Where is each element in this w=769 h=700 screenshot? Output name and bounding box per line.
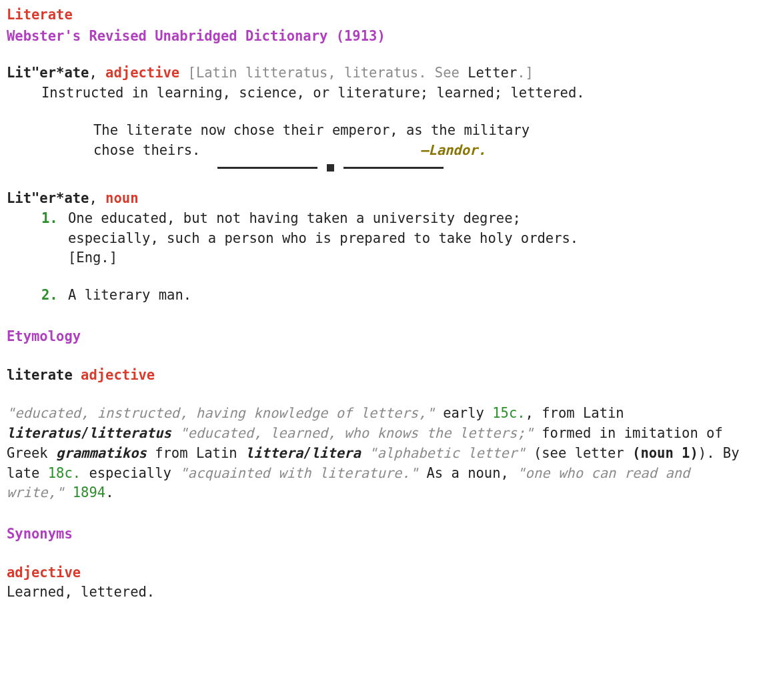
- sep: ,: [89, 65, 105, 81]
- sense-text: A literary man.: [68, 287, 191, 303]
- etymology-crossref-link[interactable]: Letter: [468, 65, 517, 81]
- latin-form: littera: [245, 445, 303, 461]
- t: especially: [81, 465, 179, 481]
- sense-text: One educated, but not having taken a uni…: [68, 210, 578, 266]
- gloss: "educated, instructed, having knowledge …: [7, 405, 435, 421]
- t: , from Latin: [526, 405, 624, 421]
- t: early: [435, 405, 492, 421]
- sep: ,: [89, 190, 105, 206]
- crossref-qualifier: (noun 1): [624, 445, 698, 461]
- etymology-bracket-open: [: [188, 65, 196, 81]
- em-dash: —: [420, 142, 428, 158]
- t: As a noun,: [418, 465, 517, 481]
- gloss: "alphabetic letter": [369, 445, 526, 461]
- latin-form: litera: [311, 445, 361, 461]
- quotation-attribution: —Landor.: [420, 141, 486, 161]
- crossref-link[interactable]: letter: [575, 445, 624, 461]
- sense-number: 2.: [41, 286, 58, 306]
- etymology-body: "educated, instructed, having knowledge …: [7, 404, 747, 503]
- sp: [171, 425, 179, 441]
- slash: /: [81, 425, 89, 441]
- slash: /: [303, 445, 311, 461]
- gloss: "acquainted with literature.": [179, 465, 418, 481]
- gloss: "educated, learned, who knows the letter…: [179, 425, 534, 441]
- synonyms-list: Learned, lettered.: [7, 583, 762, 603]
- sp: [361, 445, 369, 461]
- author-name: Landor.: [428, 142, 486, 158]
- latin-form: literatus: [7, 425, 81, 441]
- divider-line-left: [217, 167, 317, 169]
- divider-line-right: [343, 167, 444, 169]
- entry-headline: Lit"er*ate, adjective [Latin litteratus,…: [7, 63, 762, 83]
- t: (see: [526, 445, 575, 461]
- etymology-pos: adjective: [81, 367, 155, 383]
- t: from Latin: [147, 445, 245, 461]
- sp: [73, 367, 81, 383]
- entry-noun: Lit"er*ate, noun 1. One educated, but no…: [7, 189, 762, 306]
- etymology-bracket-close: .]: [517, 65, 534, 81]
- etymology-heading: Etymology: [7, 327, 762, 347]
- date: 18c.: [48, 465, 81, 481]
- headword: Lit"er*ate: [7, 65, 89, 81]
- definition-text: Instructed in learning, science, or lite…: [7, 83, 588, 103]
- greek-form: grammatikos: [56, 445, 147, 461]
- etymology-inline: Latin litteratus, literatus. See: [196, 65, 468, 81]
- sense-item: 2. A literary man.: [41, 286, 588, 306]
- sense-number: 1.: [41, 209, 58, 229]
- entry-adjective: Lit"er*ate, adjective [Latin litteratus,…: [7, 63, 762, 171]
- divider-ornament: [7, 164, 567, 171]
- t: .: [105, 484, 113, 500]
- sp: [64, 484, 72, 500]
- sense-list: 1. One educated, but not having taken a …: [7, 209, 588, 306]
- sense-item: 1. One educated, but not having taken a …: [41, 209, 588, 268]
- dictionary-source: Webster's Revised Unabridged Dictionary …: [7, 27, 762, 47]
- etymology-headword-line: literate adjective: [7, 366, 762, 386]
- sp: [179, 65, 187, 81]
- part-of-speech: adjective: [105, 65, 179, 81]
- entry-headline: Lit"er*ate, noun: [7, 189, 762, 209]
- etymology-headword: literate: [7, 367, 73, 383]
- quotation: The literate now chose their emperor, as…: [7, 121, 567, 160]
- entry-word: Literate: [7, 5, 762, 25]
- synonyms-heading: Synonyms: [7, 524, 762, 545]
- synonyms-pos: adjective: [7, 563, 762, 583]
- part-of-speech: noun: [105, 190, 138, 206]
- date: 15c.: [492, 405, 525, 421]
- date: 1894: [73, 484, 105, 500]
- headword: Lit"er*ate: [7, 190, 89, 206]
- latin-form: litteratus: [89, 425, 171, 441]
- divider-square-icon: [327, 164, 334, 171]
